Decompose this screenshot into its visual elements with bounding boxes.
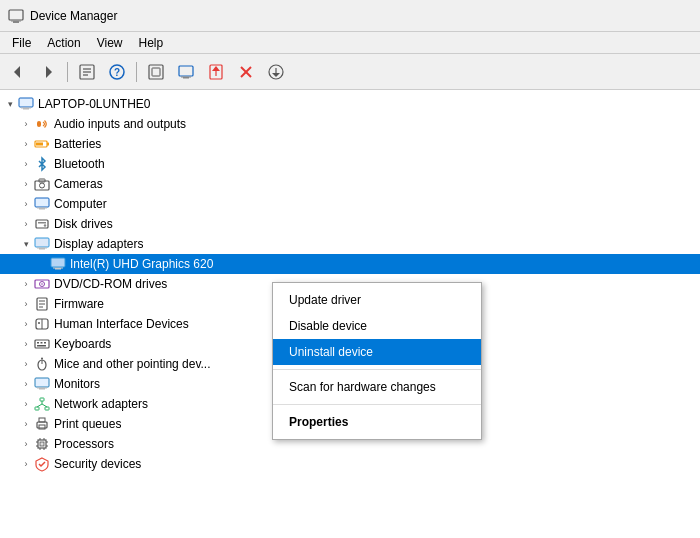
tree-item-cameras[interactable]: › Cameras: [0, 174, 700, 194]
svg-marker-4: [46, 66, 52, 78]
title-bar: Device Manager: [0, 0, 700, 32]
svg-point-32: [40, 183, 45, 188]
keyboards-expand-icon[interactable]: ›: [20, 338, 32, 350]
cameras-expand-icon[interactable]: ›: [20, 178, 32, 190]
svg-rect-37: [36, 220, 48, 228]
context-update-driver[interactable]: Update driver: [273, 287, 481, 313]
audio-expand-icon[interactable]: ›: [20, 118, 32, 130]
toolbar-sep-1: [67, 62, 68, 82]
bluetooth-expand-icon[interactable]: ›: [20, 158, 32, 170]
svg-rect-12: [152, 68, 160, 76]
dvd-icon: [34, 276, 50, 292]
menu-bar: File Action View Help: [0, 32, 700, 54]
tree-item-disk[interactable]: › Disk drives: [0, 214, 700, 234]
tree-item-batteries[interactable]: › Batteries: [0, 134, 700, 154]
network-expand-icon[interactable]: ›: [20, 398, 32, 410]
monitor-icon: [34, 376, 50, 392]
svg-rect-59: [44, 342, 46, 344]
svg-marker-18: [212, 66, 220, 71]
dvd-expand-icon[interactable]: ›: [20, 278, 32, 290]
main-content: ▾ LAPTOP-0LUNTHE0 › Audio inputs and: [0, 90, 700, 538]
firmware-icon: [34, 296, 50, 312]
tree-item-computer[interactable]: › Computer: [0, 194, 700, 214]
tree-item-security[interactable]: › Security devices: [0, 454, 700, 474]
camera-icon: [34, 176, 50, 192]
svg-rect-74: [39, 418, 45, 422]
processor-icon: [34, 436, 50, 452]
monitors-expand-icon[interactable]: ›: [20, 378, 32, 390]
svg-rect-40: [35, 238, 49, 247]
security-icon: [34, 456, 50, 472]
dvd-label: DVD/CD-ROM drives: [54, 277, 167, 291]
computer-button[interactable]: [172, 58, 200, 86]
menu-view[interactable]: View: [89, 34, 131, 52]
root-label: LAPTOP-0LUNTHE0: [38, 97, 150, 111]
processors-expand-icon[interactable]: ›: [20, 438, 32, 450]
svg-rect-64: [35, 378, 49, 387]
disk-label: Disk drives: [54, 217, 113, 231]
title-bar-text: Device Manager: [30, 9, 117, 23]
security-expand-icon[interactable]: ›: [20, 458, 32, 470]
update-driver-button[interactable]: [202, 58, 230, 86]
menu-action[interactable]: Action: [39, 34, 88, 52]
tree-item-audio[interactable]: › Audio inputs and outputs: [0, 114, 700, 134]
forward-button[interactable]: [34, 58, 62, 86]
cameras-label: Cameras: [54, 177, 103, 191]
computer-expand-icon[interactable]: ›: [20, 198, 32, 210]
svg-point-39: [44, 224, 46, 226]
svg-point-48: [41, 283, 43, 285]
network-label: Network adapters: [54, 397, 148, 411]
svg-rect-43: [51, 258, 65, 267]
context-uninstall-device[interactable]: Uninstall device: [273, 339, 481, 365]
svg-line-72: [42, 404, 47, 407]
bluetooth-label: Bluetooth: [54, 157, 105, 171]
toolbar-sep-2: [136, 62, 137, 82]
tree-item-display[interactable]: ▾ Display adapters: [0, 234, 700, 254]
batteries-label: Batteries: [54, 137, 101, 151]
svg-point-63: [41, 358, 43, 360]
uninstall-button[interactable]: [232, 58, 260, 86]
svg-marker-23: [272, 73, 280, 77]
batteries-expand-icon[interactable]: ›: [20, 138, 32, 150]
battery-icon: [34, 136, 50, 152]
print-expand-icon[interactable]: ›: [20, 418, 32, 430]
svg-rect-68: [35, 407, 39, 410]
computer-label: Computer: [54, 197, 107, 211]
svg-rect-29: [36, 143, 43, 146]
svg-rect-24: [19, 98, 33, 107]
scan-button[interactable]: [142, 58, 170, 86]
properties-button[interactable]: [73, 58, 101, 86]
firmware-expand-icon[interactable]: ›: [20, 298, 32, 310]
computer-icon: [18, 96, 34, 112]
svg-rect-67: [40, 398, 44, 401]
mice-icon: [34, 356, 50, 372]
menu-help[interactable]: Help: [131, 34, 172, 52]
display-label: Display adapters: [54, 237, 143, 251]
svg-rect-57: [37, 342, 39, 344]
back-button[interactable]: [4, 58, 32, 86]
intel-icon: [50, 256, 66, 272]
hid-expand-icon[interactable]: ›: [20, 318, 32, 330]
toolbar: ?: [0, 54, 700, 90]
tree-item-intel[interactable]: Intel(R) UHD Graphics 620: [0, 254, 700, 274]
download-button[interactable]: [262, 58, 290, 86]
display-expand-icon[interactable]: ▾: [20, 238, 32, 250]
menu-file[interactable]: File: [4, 34, 39, 52]
disk-expand-icon[interactable]: ›: [20, 218, 32, 230]
help-button[interactable]: ?: [103, 58, 131, 86]
security-label: Security devices: [54, 457, 141, 471]
tree-root[interactable]: ▾ LAPTOP-0LUNTHE0: [0, 94, 700, 114]
svg-rect-30: [47, 143, 49, 146]
context-scan-hardware[interactable]: Scan for hardware changes: [273, 374, 481, 400]
context-properties[interactable]: Properties: [273, 409, 481, 435]
svg-rect-13: [179, 66, 193, 76]
svg-point-55: [38, 322, 40, 324]
svg-rect-58: [41, 342, 43, 344]
context-disable-device[interactable]: Disable device: [273, 313, 481, 339]
processors-label: Processors: [54, 437, 114, 451]
network-icon: [34, 396, 50, 412]
svg-marker-3: [14, 66, 20, 78]
tree-item-bluetooth[interactable]: › Bluetooth: [0, 154, 700, 174]
mice-expand-icon[interactable]: ›: [20, 358, 32, 370]
root-expand-icon[interactable]: ▾: [4, 98, 16, 110]
